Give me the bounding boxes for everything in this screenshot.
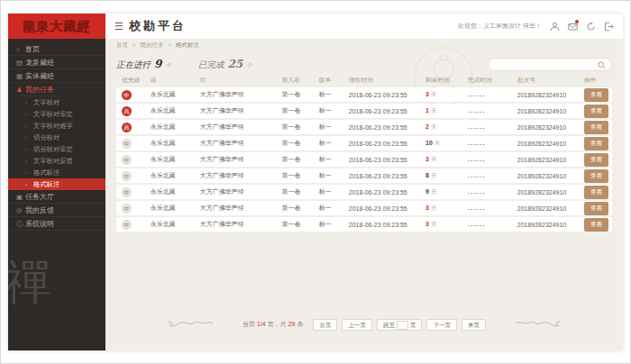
last-page-button[interactable]: 末页: [462, 319, 486, 331]
refresh-icon[interactable]: [586, 22, 596, 32]
search-icon: [598, 61, 606, 69]
prev-page-button[interactable]: 上一页: [342, 319, 372, 331]
scripture-icon: ▤: [16, 56, 25, 69]
col-finished: 完成时间: [466, 75, 516, 86]
pagination-info: 当前 1/4 页，共 29 条: [242, 320, 303, 329]
cell-jing: 大方广佛华严经: [198, 152, 280, 167]
cell-han: 永乐北藏: [149, 168, 198, 183]
search-input[interactable]: [496, 59, 595, 69]
tab-in-progress[interactable]: 正在进行 9 个: [116, 58, 171, 71]
view-button[interactable]: 查看: [584, 186, 608, 199]
pagination: 当前 1/4 页，共 29 条 首页 上一页 跳至页 下一页 末页: [105, 318, 623, 331]
pagination-label: 条: [297, 321, 303, 327]
next-page-button[interactable]: 下一页: [426, 319, 457, 331]
hamburger-icon[interactable]: ☰: [114, 22, 123, 32]
cell-volume: 第一卷: [280, 185, 317, 199]
jump-page-control: 跳至页: [377, 319, 423, 331]
remain-unit: 天: [431, 107, 437, 114]
cell-finished: ------: [466, 168, 516, 183]
cell-jing: 大方广佛华严经: [198, 120, 280, 134]
cell-version: 标一: [317, 201, 347, 215]
sidebar-subitem-text-proof-hard-chars[interactable]: ▫文字校对难字: [8, 120, 105, 132]
priority-badge: 中: [122, 139, 132, 149]
branch-icon: ▫: [25, 132, 33, 143]
cell-version: 标一: [317, 217, 347, 232]
priority-badge: 中: [122, 220, 132, 230]
cell-finished: ------: [466, 104, 516, 118]
sidebar-item-my-tasks[interactable]: ♟我的任务: [8, 83, 105, 96]
welcome-text: 欢迎您：义工界面设计 佳华！: [458, 22, 542, 31]
breadcrumb-home[interactable]: 首页: [116, 41, 128, 48]
sidebar-item-home[interactable]: ⌂首页: [8, 42, 105, 56]
table-header-row: 优先级 函 经 第几卷 版本 领取时间 剩余时间 完成时间 批次号 操作: [116, 75, 612, 86]
sidebar-item-label: 任务大厅: [25, 193, 54, 201]
sidebar-subitem-format-annotation-active[interactable]: ▫格式标注: [8, 178, 105, 190]
logout-icon[interactable]: [604, 22, 614, 32]
cell-volume: 第一卷: [280, 201, 317, 215]
remain-value: 3: [425, 205, 429, 211]
col-jing: 经: [198, 75, 280, 86]
tab-completed[interactable]: 已完成 25 个: [198, 58, 252, 71]
topbar: ☰ 校勘平台 欢迎您：义工界面设计 佳华！: [105, 14, 623, 39]
col-remaining: 剩余时间: [424, 75, 466, 86]
view-button[interactable]: 查看: [584, 137, 608, 150]
view-button[interactable]: 查看: [584, 218, 608, 232]
cell-batch: 20189282324910: [516, 120, 582, 134]
col-han: 函: [149, 75, 198, 86]
breadcrumb-separator: >: [168, 41, 171, 48]
table-row: 中 永乐北藏 大方广佛华严经 第一卷 标一 2018-06-23 09:23:5…: [116, 136, 612, 150]
cell-claimed: 2018-06-23 09:23:55: [347, 185, 424, 199]
first-page-button[interactable]: 首页: [313, 319, 337, 331]
cell-finished: ------: [466, 201, 516, 215]
cell-volume: 第一卷: [280, 87, 317, 102]
cell-volume: 第一卷: [280, 136, 317, 150]
cell-finished: ------: [466, 136, 516, 150]
sidebar-item-physical-canon[interactable]: ▦实体藏经: [8, 69, 105, 83]
sidebar-item-system-info[interactable]: ⓘ系统说明: [8, 217, 105, 231]
view-button[interactable]: 查看: [584, 88, 608, 102]
view-button[interactable]: 查看: [584, 169, 608, 183]
feedback-icon: ◎: [16, 204, 25, 217]
jump-page-input[interactable]: [397, 321, 408, 330]
jump-label: 页: [410, 322, 416, 328]
cell-version: 标一: [317, 104, 347, 118]
user-icon[interactable]: [550, 22, 560, 32]
remain-value: 8: [425, 172, 429, 178]
mail-icon[interactable]: [568, 22, 578, 32]
sidebar-nav: ⌂首页 ▤龙泉藏经 ▦实体藏经 ♟我的任务 ▫文字校对 ▫文字校对审定: [8, 39, 105, 231]
sidebar-item-label: 文字校对反馈: [33, 157, 73, 165]
view-button[interactable]: 查看: [584, 121, 608, 134]
view-button[interactable]: 查看: [584, 105, 608, 118]
view-button[interactable]: 查看: [584, 202, 608, 215]
sidebar-subitem-segment-proof-review[interactable]: ▫切分校对审定: [8, 143, 105, 155]
breadcrumb-my-tasks[interactable]: 我的任务: [140, 41, 163, 48]
sidebar-subitem-text-proof-review[interactable]: ▫文字校对审定: [8, 108, 105, 120]
priority-badge: 中: [122, 90, 132, 100]
remain-unit: 天: [431, 221, 437, 227]
cell-batch: 20189282324910: [516, 87, 582, 102]
cell-batch: 20189282324910: [516, 201, 582, 215]
cell-finished: ------: [466, 217, 516, 232]
remain-value: 9: [425, 188, 429, 195]
cell-han: 永乐北藏: [149, 152, 198, 167]
tab-label: 正在进行: [116, 59, 151, 69]
sidebar-item-label: 格式标注: [33, 168, 59, 177]
table-row: 高 永乐北藏 大方广佛华严经 第一卷 标一 2018-06-23 09:23:5…: [116, 104, 612, 118]
sidebar-subitem-text-proof[interactable]: ▫文字校对: [8, 96, 105, 108]
col-action: 操作: [582, 75, 612, 86]
book-icon: ▦: [16, 69, 25, 83]
sidebar-subitem-segment-proof[interactable]: ▫切分校对: [8, 132, 105, 143]
sidebar-item-my-feedback[interactable]: ◎我的反馈: [8, 204, 105, 217]
tab-count: 9: [154, 58, 161, 70]
priority-badge: 高: [122, 106, 132, 116]
home-icon: ⌂: [16, 42, 25, 56]
jump-label: 跳至: [383, 322, 395, 328]
sidebar-item-task-hall[interactable]: ▣任务大厅: [8, 190, 105, 204]
sidebar-item-longquan-canon[interactable]: ▤龙泉藏经: [8, 56, 105, 69]
sidebar-subitem-text-proof-feedback[interactable]: ▫文字校对反馈: [8, 155, 105, 167]
sidebar-item-label: 切分校对审定: [33, 145, 73, 153]
cell-han: 永乐北藏: [149, 217, 198, 232]
view-button[interactable]: 查看: [584, 153, 608, 167]
cell-jing: 大方广佛华严经: [198, 185, 280, 199]
sidebar-subitem-format-annotation[interactable]: ▫格式标注: [8, 167, 105, 178]
